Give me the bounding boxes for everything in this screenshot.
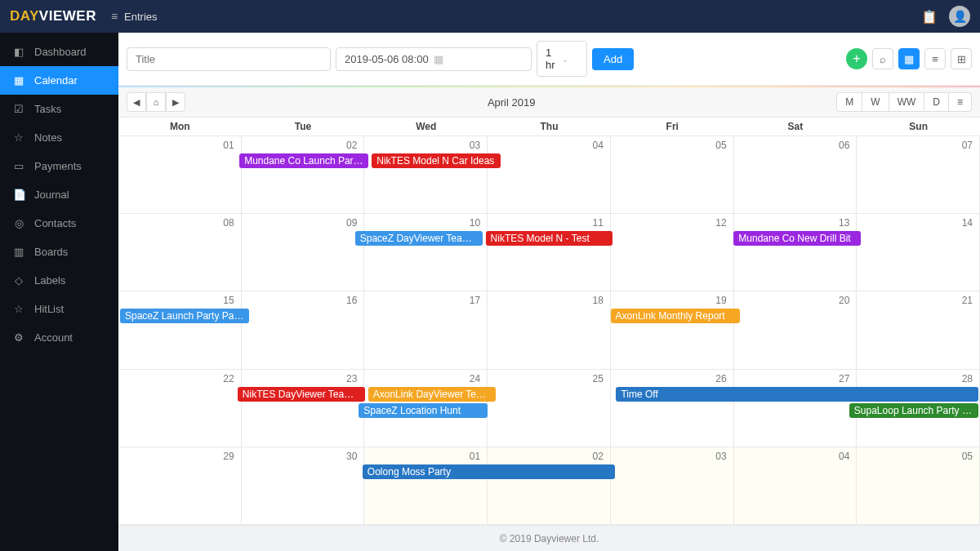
day-number: 16 (346, 295, 357, 306)
event[interactable]: Mundane Co New Drill Bit (733, 231, 861, 246)
sidebar-item-account[interactable]: ⚙Account (0, 323, 118, 352)
sidebar-item-label: Notes (34, 131, 62, 144)
view-WW[interactable]: WW (889, 92, 925, 112)
duration-select[interactable]: 1 hr⌄ (537, 41, 587, 77)
event[interactable]: SpaceZ Location Hunt (359, 403, 488, 418)
prev-button[interactable]: ◀ (127, 92, 146, 112)
clipboard-icon[interactable]: 📋 (921, 9, 938, 24)
day-number: 01 (470, 451, 480, 462)
view-M[interactable]: M (836, 92, 862, 112)
day-cell[interactable]: 09 (242, 214, 365, 291)
contacts-icon: ◎ (13, 217, 24, 229)
plus-button[interactable]: + (846, 48, 867, 69)
day-cell[interactable]: 10 (364, 214, 488, 291)
next-button[interactable]: ▶ (166, 92, 185, 112)
day-cell[interactable]: 04 (734, 447, 858, 524)
event[interactable]: SpaceZ DayViewer Team Ro... (355, 231, 483, 246)
day-cell[interactable]: 17 (364, 291, 488, 368)
day-number: 10 (470, 217, 480, 229)
day-cell[interactable]: 16 (242, 291, 365, 368)
menu-icon[interactable]: ≡ (111, 10, 118, 23)
footer: © 2019 Dayviewer Ltd. (118, 525, 980, 551)
day-number: 26 (715, 373, 726, 384)
search-icon[interactable]: ⌕ (872, 48, 893, 69)
day-number: 01 (223, 140, 234, 151)
date-input[interactable]: 2019-05-06 08:00▦ (336, 47, 532, 71)
day-cell[interactable]: 20 (734, 291, 858, 368)
sidebar-item-payments[interactable]: ▭Payments (0, 152, 118, 180)
day-cell[interactable]: 18 (488, 291, 611, 368)
view-W[interactable]: W (862, 92, 889, 112)
day-number: 17 (470, 295, 480, 306)
day-number: 24 (470, 373, 480, 384)
day-number: 05 (715, 140, 726, 151)
day-cell[interactable]: 03 (611, 447, 734, 524)
day-cell[interactable]: 02 (242, 136, 365, 213)
day-cell[interactable]: 08 (118, 214, 242, 291)
day-cell[interactable]: 29 (118, 447, 242, 524)
home-button[interactable]: ⌂ (146, 92, 166, 112)
day-cell[interactable]: 19 (611, 291, 734, 368)
week-row: 22232425262728NikTES DayViewer Team Room… (118, 370, 980, 447)
list-view-icon[interactable]: ≡ (924, 48, 946, 69)
day-number: 21 (962, 295, 973, 306)
avatar[interactable]: 👤 (949, 6, 970, 27)
day-cell[interactable]: 03 (364, 136, 488, 213)
day-cell[interactable]: 05 (857, 447, 980, 524)
day-cell[interactable]: 07 (857, 136, 980, 213)
day-cell[interactable]: 06 (734, 136, 858, 213)
event[interactable]: NikTES Model N Car Ideas (372, 153, 501, 168)
accent-bar (118, 86, 980, 87)
day-cell[interactable]: 15 (118, 291, 242, 368)
day-cell[interactable]: 13 (734, 214, 858, 291)
event[interactable]: Mundane Co Launch Party ... (239, 153, 368, 168)
event[interactable]: Time Off (616, 387, 978, 402)
day-cell[interactable]: 30 (242, 447, 365, 524)
sidebar-item-labels[interactable]: ◇Labels (0, 266, 118, 295)
day-cell[interactable]: 11 (488, 214, 611, 291)
event[interactable]: AxonLink DayViewer Team ... (368, 387, 496, 402)
sidebar-item-boards[interactable]: ▥Boards (0, 238, 118, 266)
sidebar-item-hitlist[interactable]: ☆HitList (0, 295, 118, 323)
view-≡[interactable]: ≡ (948, 92, 972, 112)
sidebar-item-dashboard[interactable]: ◧Dashboard (0, 38, 118, 66)
day-cell[interactable]: 02 (488, 447, 611, 524)
week-row: 15161718192021SpaceZ Launch Party Paym..… (118, 291, 980, 369)
day-number: 20 (839, 295, 849, 306)
sidebar-item-label: Labels (34, 274, 65, 287)
event[interactable]: NikTES DayViewer Team Room (238, 387, 365, 402)
sidebar-item-notes[interactable]: ☆Notes (0, 123, 118, 152)
dayhdr-Thu: Thu (488, 118, 611, 136)
view-D[interactable]: D (924, 92, 949, 112)
title-input[interactable] (127, 47, 331, 71)
sidebar: ◧Dashboard▦Calendar☑Tasks☆Notes▭Payments… (0, 33, 118, 551)
event[interactable]: NikTES Model N - Test (486, 231, 613, 246)
event[interactable]: Oolong Moss Party (363, 464, 615, 479)
day-cell[interactable]: 14 (857, 214, 980, 291)
event[interactable]: SupaLoop Launch Party Pa... (849, 403, 978, 418)
add-button[interactable]: Add (592, 48, 634, 70)
sidebar-item-label: Tasks (34, 103, 61, 115)
day-cell[interactable]: 05 (611, 136, 734, 213)
week-row: 08091011121314SpaceZ DayViewer Team Ro..… (118, 214, 980, 291)
day-cell[interactable]: 12 (611, 214, 734, 291)
event[interactable]: AxonLink Monthly Report (611, 309, 740, 323)
sidebar-item-tasks[interactable]: ☑Tasks (0, 95, 118, 123)
day-cell[interactable]: 01 (118, 136, 242, 213)
sidebar-item-contacts[interactable]: ◎Contacts (0, 209, 118, 238)
dayhdr-Tue: Tue (242, 118, 365, 136)
entries-label[interactable]: Entries (124, 11, 157, 23)
sidebar-item-journal[interactable]: 📄Journal (0, 180, 118, 209)
day-number: 03 (470, 140, 480, 151)
day-cell[interactable]: 04 (488, 136, 611, 213)
week-row: 29300102030405Oolong Moss Party (118, 447, 980, 525)
day-number: 13 (839, 217, 849, 229)
day-cell[interactable]: 01 (364, 447, 488, 524)
day-cell[interactable]: 21 (857, 291, 980, 368)
sidebar-item-calendar[interactable]: ▦Calendar (0, 66, 118, 95)
dashboard-icon: ◧ (13, 46, 24, 58)
calendar-view-icon[interactable]: ▦ (898, 48, 920, 69)
grid-view-icon[interactable]: ⊞ (951, 48, 972, 69)
tasks-icon: ☑ (13, 103, 24, 115)
event[interactable]: SpaceZ Launch Party Paym... (120, 309, 249, 323)
